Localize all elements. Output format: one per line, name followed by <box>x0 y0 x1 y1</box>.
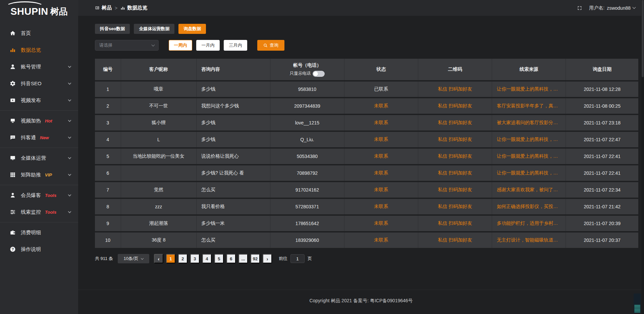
cell-source[interactable]: 客厅安装投影半年多了，真实... <box>492 98 566 114</box>
sidebar-item[interactable]: 抖音SEO <box>0 75 78 92</box>
cell-nickname: 哦章 <box>121 82 197 97</box>
cell-qr-links[interactable]: 私信 扫码加好友 <box>418 115 492 130</box>
question-icon: ? <box>9 246 16 253</box>
chevron-down-icon <box>68 136 71 139</box>
cell-qr-links[interactable]: 私信 扫码加好友 <box>418 82 492 97</box>
cell-source[interactable]: 如何正确选择投影仪，买投影... <box>492 199 566 214</box>
sidebar-item-badge: Tools <box>45 193 56 198</box>
page-button-5[interactable]: 5 <box>214 254 224 263</box>
phone-only-toggle[interactable] <box>313 71 325 77</box>
page-button-1[interactable]: 1 <box>166 254 175 263</box>
tab-询盘数据[interactable]: 询盘数据 <box>178 24 206 34</box>
select-placeholder: 请选择 <box>99 42 112 48</box>
chat-icon <box>9 134 16 141</box>
sliders-icon <box>9 209 16 215</box>
user-menu[interactable]: 用户名: zswodun88 <box>589 5 635 11</box>
cell-source[interactable]: 让你一眼就爱上的黑科技，能... <box>492 149 566 164</box>
cell-qr-links[interactable]: 私信 扫码加好友 <box>418 165 492 181</box>
cell-qr-links[interactable]: 私信 扫码加好友 <box>418 199 492 214</box>
cell-no: 8 <box>95 199 121 214</box>
sidebar-item[interactable]: 消费明细 <box>0 224 78 241</box>
cell-source[interactable]: 多功能护栏灯，适用于乡村文... <box>492 216 566 231</box>
sidebar-nav: 首页数据总览账号管理抖音SEO视频发布视频加热Hot抖客通New全媒体运营矩阵助… <box>0 25 78 258</box>
tab-抖音seo数据[interactable]: 抖音seo数据 <box>95 24 130 34</box>
page-size-select[interactable]: 10条/页 <box>118 254 149 263</box>
fullscreen-icon[interactable] <box>577 5 582 11</box>
pagination-prev-button[interactable]: ‹ <box>154 254 163 263</box>
cell-content: 多少钱? 让我死心 看 <box>197 165 270 181</box>
sidebar-item[interactable]: 视频发布 <box>0 92 78 109</box>
sidebar-item-label: 会员爆客 <box>21 192 41 199</box>
sidebar-item[interactable]: 矩阵助推VIP <box>0 166 78 183</box>
sidebar-item-label: 操作说明 <box>21 246 41 253</box>
topbar-right: 用户名: zswodun88 <box>577 5 635 11</box>
sidebar-item[interactable]: 首页 <box>0 25 78 42</box>
sidebar-item[interactable]: 全媒体运营 <box>0 150 78 166</box>
cell-qr-links[interactable]: 私信 扫码加好友 <box>418 149 492 164</box>
page-button-4[interactable]: 4 <box>202 254 212 263</box>
cell-source[interactable]: 被大家追着问的客厅投影分享... <box>492 115 566 130</box>
footer: Copyright 树品 2021 备案号: 粤ICP备09019646号 <box>78 290 644 314</box>
cell-nickname: L <box>121 132 197 147</box>
cell-content: 多少钱一米 <box>197 216 270 231</box>
content-area: 抖音seo数据全媒体运营数据询盘数据 请选择 一周内一月内三月内 查询 编号客户… <box>78 16 644 290</box>
cell-no: 5 <box>95 149 121 164</box>
pagination-ellipsis[interactable]: ... <box>238 254 248 263</box>
goto-page-input[interactable] <box>290 254 305 263</box>
sidebar-item[interactable]: 数据总览 <box>0 42 78 58</box>
cell-status: 已联系 <box>344 82 418 97</box>
column-header: 状态 <box>344 59 418 80</box>
cell-source[interactable]: 让你一眼就爱上的黑科技，能... <box>492 165 566 181</box>
breadcrumb-item-page[interactable]: 数据总览 <box>120 5 147 11</box>
cell-status: 未联系 <box>344 132 418 147</box>
cell-source[interactable]: 感谢大家喜欢我家，被问了好... <box>492 182 566 198</box>
range-button-一月内[interactable]: 一月内 <box>196 40 220 51</box>
cell-account: Q_Liu. <box>270 132 344 147</box>
column-header: 帐号（电话）只显示电话 <box>270 59 344 80</box>
cell-qr-links[interactable]: 私信 扫码加好友 <box>418 232 492 248</box>
page-button-92[interactable]: 92 <box>251 254 260 263</box>
range-button-三月内[interactable]: 三月内 <box>224 40 247 51</box>
account-select[interactable]: 请选择 <box>95 40 159 51</box>
pagination: 共 911 条 10条/页 ‹123456...92› 前往 页 <box>95 254 638 263</box>
page-button-6[interactable]: 6 <box>226 254 236 263</box>
cell-qr-links[interactable]: 私信 扫码加好友 <box>418 216 492 231</box>
sidebar-item[interactable]: ?操作说明 <box>0 241 78 258</box>
range-button-一周内[interactable]: 一周内 <box>169 40 192 51</box>
table-row: 9潮起潮落多少钱一米178651642未联系私信 扫码加好友多功能护栏灯，适用于… <box>95 216 638 231</box>
cell-qr-links[interactable]: 私信 扫码加好友 <box>418 98 492 114</box>
tab-全媒体运营数据[interactable]: 全媒体运营数据 <box>134 24 174 34</box>
query-button-label: 查询 <box>270 42 278 48</box>
cell-qr-links[interactable]: 私信 扫码加好友 <box>418 132 492 147</box>
chart-icon <box>9 47 16 53</box>
username-value: zswodun88 <box>607 5 631 11</box>
query-button[interactable]: 查询 <box>257 40 284 51</box>
cell-source[interactable]: 无主灯设计，智能磁吸轨道灯... <box>492 232 566 248</box>
sidebar-item[interactable]: 视频加热Hot <box>0 112 78 129</box>
breadcrumb-item-app[interactable]: 树品 <box>95 5 112 11</box>
cell-source[interactable]: 让你一眼就爱上的黑科技，能... <box>492 132 566 147</box>
page-size-value: 10条/页 <box>123 256 138 262</box>
sidebar-item[interactable]: 账号管理 <box>0 58 78 75</box>
sidebar-item[interactable]: 抖客通New <box>0 129 78 146</box>
scrollbar-thumb[interactable] <box>642 0 644 77</box>
chevron-down-icon <box>68 119 71 122</box>
wallet-icon <box>9 229 16 236</box>
page-button-2[interactable]: 2 <box>178 254 187 263</box>
goto-page: 前往 页 <box>279 254 312 263</box>
pagination-next-button[interactable]: › <box>263 254 272 263</box>
cell-date: 2021-11-07 20:39 <box>566 216 638 231</box>
chevron-down-icon <box>141 257 144 259</box>
column-header-label: 帐号（电话） <box>293 62 321 68</box>
sidebar-item[interactable]: 线索监控Tools <box>0 204 78 220</box>
cell-qr-links[interactable]: 私信 扫码加好友 <box>418 182 492 198</box>
page-scrollbar[interactable] <box>641 0 644 314</box>
page-button-3[interactable]: 3 <box>190 254 200 263</box>
sidebar-item[interactable]: 会员爆客Tools <box>0 187 78 204</box>
logo-brand-cn: 树品 <box>50 6 68 17</box>
app-icon <box>95 6 100 10</box>
sidebar-item-label: 抖音SEO <box>21 81 42 87</box>
cell-status: 未联系 <box>344 232 418 248</box>
cell-source[interactable]: 让你一眼就爱上的黑科技，能... <box>492 82 566 97</box>
column-header: 询盘日期 <box>566 59 638 80</box>
